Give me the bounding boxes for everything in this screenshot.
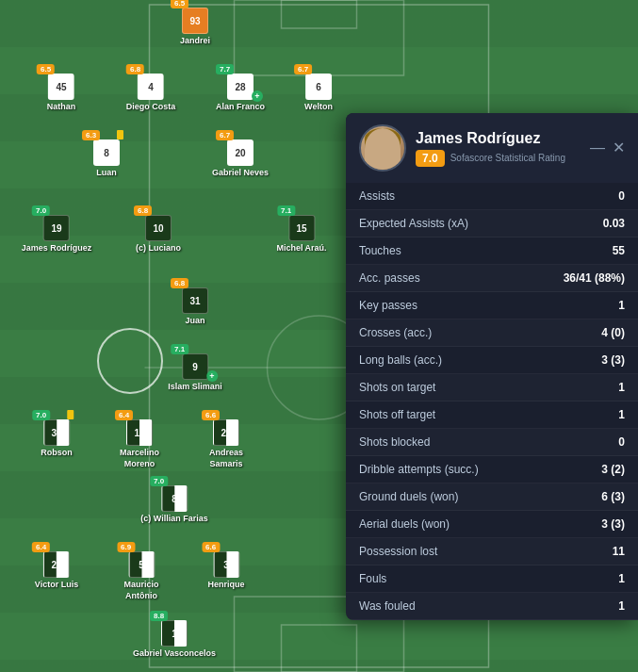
player-luciano[interactable]: 6.8 10 (c) Luciano (136, 215, 181, 254)
stat-value: 0.03 (603, 217, 625, 230)
player-shirt: 15 (288, 215, 315, 241)
yellow-card (117, 130, 123, 139)
stat-value: 1 (618, 299, 625, 312)
stat-label: Acc. passes (359, 271, 420, 285)
stat-value: 36/41 (88%) (564, 271, 625, 285)
player-gabriel-neves[interactable]: 6.7 20 Gabriel Neves (212, 139, 269, 179)
player-islam-slimani[interactable]: 7.1 9 + Islam Slimani (168, 353, 222, 393)
player-willian-farias[interactable]: 7.0 8 (c) Willian Farias (140, 485, 207, 525)
player-shirt: 9 (182, 353, 208, 380)
stat-value: 0 (618, 189, 625, 203)
player-marcelino[interactable]: 6.4 10 MarcelinoMoreno (120, 419, 159, 469)
player-shirt: 6 (305, 74, 332, 100)
player-name-label: Islam Slimani (168, 382, 222, 393)
player-highlight-circle (97, 328, 163, 394)
panel-minimize-button[interactable]: — (590, 140, 605, 156)
player-nathan[interactable]: 6.5 45 Nathan (47, 74, 76, 113)
svg-rect-0 (235, 0, 404, 75)
player-shirt: 26 (43, 551, 70, 578)
player-shirt: 10 (145, 215, 172, 241)
player-andreas-samaris[interactable]: 6.6 22 AndreasSamaris (209, 419, 243, 469)
rating-badge: 6.9 (117, 542, 135, 552)
player-shirt: 45 (48, 74, 74, 100)
player-james-rodriguez[interactable]: 7.0 19 James Rodríguez (22, 215, 92, 254)
stat-label: Touches (359, 244, 401, 257)
player-name-label: Henrique (207, 580, 244, 591)
player-name-label: (c) Luciano (136, 243, 181, 254)
player-name-label: Alan Franco (216, 102, 265, 113)
player-robson[interactable]: 7.0 30 Robson (41, 419, 73, 459)
stat-value: 1 (618, 572, 625, 585)
player-mauricio-antonio[interactable]: 6.9 5 MauricioAntônio (123, 551, 158, 601)
stat-value: 3 (3) (601, 517, 625, 531)
player-diego-costa[interactable]: 6.8 4 Diego Costa (126, 74, 176, 113)
player-jandrei[interactable]: 6.5 93 Jandrei (180, 8, 210, 47)
stat-label: Possession lost (359, 545, 437, 558)
stat-row: Was fouled 1 (346, 593, 638, 620)
stat-row: Fouls 1 (346, 565, 638, 593)
player-luan[interactable]: 6.3 8 Luan (93, 139, 120, 179)
player-name-label: Michel Araú. (276, 243, 326, 254)
rating-badge: 7.0 (32, 205, 50, 216)
svg-rect-5 (282, 625, 357, 672)
player-juan[interactable]: 6.8 31 Juan (182, 287, 208, 327)
rating-badge: 7.0 (32, 410, 50, 420)
stat-row: Dribble attempts (succ.) 3 (2) (346, 456, 638, 484)
player-name-label: James Rodríguez (22, 243, 92, 254)
stat-label: Key passes (359, 299, 417, 312)
stat-row: Expected Assists (xA) 0.03 (346, 210, 638, 238)
player-michel-araujo[interactable]: 7.1 15 Michel Araú. (276, 215, 326, 254)
rating-badge: 7.1 (171, 344, 188, 354)
player-welton[interactable]: 6.7 6 Welton (304, 74, 333, 113)
stat-row: Key passes 1 (346, 292, 638, 320)
stat-row: Aerial duels (won) 3 (3) (346, 511, 638, 538)
player-name-label: Welton (304, 102, 333, 113)
stat-row: Assists 0 (346, 183, 638, 210)
panel-player-name: James Rodríguez (416, 130, 581, 147)
plus-icon: + (206, 370, 218, 382)
rating-badge: 6.5 (171, 0, 188, 8)
player-name-label: Gabriel Vasconcelos (133, 648, 216, 660)
panel-close-button[interactable]: ✕ (613, 140, 625, 156)
player-shirt: 30 (43, 419, 70, 446)
stat-label: Ground duels (won) (359, 490, 458, 503)
player-shirt: 31 (182, 287, 208, 314)
stat-value: 11 (613, 545, 625, 558)
player-victor-luis[interactable]: 6.4 26 Victor Luis (35, 551, 78, 591)
player-shirt: 8 (93, 139, 120, 166)
stat-label: Was fouled (359, 599, 416, 613)
player-name-label: MarcelinoMoreno (120, 448, 159, 469)
panel-controls[interactable]: — ✕ (590, 140, 625, 156)
stat-label: Fouls (359, 572, 386, 585)
plus-icon: + (252, 90, 263, 102)
player-henrique[interactable]: 6.6 3 Henrique (207, 551, 244, 591)
player-name-label: AndreasSamaris (209, 448, 243, 469)
player-name-label: MauricioAntônio (123, 580, 158, 601)
player-name-label: Diego Costa (126, 102, 176, 113)
stat-value: 1 (618, 381, 625, 394)
stat-label: Crosses (acc.) (359, 326, 432, 339)
player-shirt: 5 (128, 551, 155, 578)
rating-badge: 6.8 (134, 205, 152, 216)
rating-badge: 7.0 (150, 476, 168, 486)
rating-badge: 6.4 (32, 542, 50, 552)
stat-value: 1 (618, 408, 625, 421)
stat-value: 3 (3) (601, 353, 625, 367)
rating-badge: 6.7 (294, 64, 312, 74)
rating-badge: 6.8 (126, 64, 144, 74)
rating-badge: 6.4 (115, 410, 133, 420)
player-gabriel-vasconcelos[interactable]: 8.8 1 Gabriel Vasconcelos (133, 620, 216, 660)
rating-badge: 6.6 (202, 410, 220, 420)
stat-label: Assists (359, 189, 395, 203)
stat-label: Aerial duels (won) (359, 517, 450, 531)
player-shirt: 10 (126, 419, 153, 446)
panel-rating-label: Sofascore Statistical Rating (450, 153, 565, 163)
player-name-label: Gabriel Neves (212, 168, 269, 179)
stat-row: Possession lost 11 (346, 538, 638, 565)
rating-badge: 7.7 (216, 64, 234, 74)
player-alan-franco[interactable]: 7.7 28 + Alan Franco (216, 74, 265, 113)
player-shirt: 28 (227, 74, 254, 100)
stat-row: Crosses (acc.) 4 (0) (346, 320, 638, 347)
stat-row: Touches 55 (346, 238, 638, 265)
stats-table: Assists 0 Expected Assists (xA) 0.03 Tou… (346, 183, 638, 620)
